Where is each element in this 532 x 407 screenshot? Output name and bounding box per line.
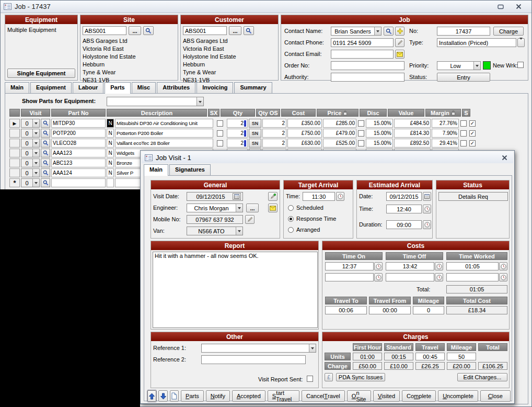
close-icon[interactable] xyxy=(513,3,524,11)
authority-input[interactable] xyxy=(331,73,404,82)
customer-browse-button[interactable]: ... xyxy=(229,26,241,35)
margin-lock-checkbox[interactable] xyxy=(460,120,467,127)
site-search-button[interactable] xyxy=(143,26,154,35)
engineer-email-button[interactable] xyxy=(268,204,277,212)
tab-equipment[interactable]: Equipment xyxy=(30,82,72,93)
disc-cell[interactable]: 15.00% xyxy=(366,139,393,148)
clock-icon[interactable] xyxy=(423,205,431,213)
reference1-combo[interactable] xyxy=(201,344,316,353)
van-combo[interactable]: N566 ATO xyxy=(187,227,243,235)
price-cell[interactable]: £285.00 xyxy=(323,119,356,128)
report-page-button[interactable] xyxy=(170,390,179,402)
accepted-button[interactable]: Accepted xyxy=(232,390,265,402)
dial-phone-button[interactable] xyxy=(395,38,404,47)
serial-numbers-button[interactable]: SN xyxy=(249,129,261,138)
s-checkbox[interactable]: ✓ xyxy=(469,140,476,146)
calendar-icon[interactable] xyxy=(423,192,431,201)
clock-icon[interactable] xyxy=(423,220,431,229)
minimize-icon[interactable] xyxy=(495,3,506,11)
visit-combo[interactable]: 0 xyxy=(21,178,40,187)
job-type-field[interactable]: Installation (Priced) xyxy=(437,38,516,47)
visit-date-field[interactable]: 09/12/2015 xyxy=(187,192,243,201)
clock-icon[interactable] xyxy=(435,262,443,270)
s-checkbox[interactable]: ✓ xyxy=(469,120,476,127)
description-cell[interactable]: Mitsubishi DP30 Air Conditioning Unit xyxy=(115,119,213,128)
visit-search-button[interactable] xyxy=(41,178,50,187)
qty-cell[interactable]: 2 xyxy=(227,119,248,128)
clock-icon[interactable] xyxy=(499,273,507,281)
visit-search-button[interactable] xyxy=(41,159,50,167)
qty-cell[interactable]: 2 xyxy=(227,129,248,138)
tab-main[interactable]: Main xyxy=(5,82,29,93)
cost-time-cell[interactable]: 12:37 xyxy=(325,262,374,270)
parts-button[interactable]: Parts xyxy=(181,390,204,402)
edit-charges-button[interactable]: Edit Charges... xyxy=(457,373,507,381)
start-travel-button[interactable]: Start Travel xyxy=(268,390,299,402)
cost-time-cell[interactable] xyxy=(386,273,434,281)
tab-parts[interactable]: Parts xyxy=(105,82,131,94)
row-selector[interactable] xyxy=(9,149,20,157)
priority-combo[interactable]: Low xyxy=(437,61,481,70)
report-textarea[interactable]: Hit it with a hammer - all now seems OK. xyxy=(153,252,318,328)
tab-invoicing[interactable]: Invoicing xyxy=(196,82,233,93)
price-cell[interactable]: £525.00 xyxy=(323,139,356,148)
dialog-tab-main[interactable]: Main xyxy=(144,164,168,176)
sx-checkbox[interactable] xyxy=(217,130,223,137)
row-selector[interactable] xyxy=(9,139,20,148)
price-lock-checkbox[interactable] xyxy=(358,130,364,137)
tab-misc[interactable]: Misc xyxy=(132,82,156,93)
description-cell[interactable]: Vaillant ecoTec 28 Boiler xyxy=(115,139,213,148)
sx-checkbox[interactable] xyxy=(217,140,223,146)
job-no-field[interactable]: 17437 xyxy=(437,27,490,36)
sx-checkbox[interactable] xyxy=(217,120,223,127)
visit-combo[interactable]: 0 xyxy=(21,139,40,148)
estimated-date-field[interactable]: 09/12/2015 xyxy=(386,192,422,201)
margin-lock-checkbox[interactable] xyxy=(460,130,467,137)
s-checkbox[interactable]: ✓ xyxy=(469,130,476,137)
complete-button[interactable]: Complete xyxy=(402,390,436,402)
reference2-input[interactable] xyxy=(201,355,306,364)
row-selector[interactable]: ▶ xyxy=(9,119,20,128)
price-lock-checkbox[interactable] xyxy=(358,140,364,146)
site-code-input[interactable]: ABS001 xyxy=(83,26,126,35)
notify-button[interactable]: Notify xyxy=(206,390,230,402)
radio-response-time[interactable] xyxy=(288,216,294,222)
on-site-button[interactable]: On Site xyxy=(347,390,371,402)
visit-combo[interactable]: 0 xyxy=(21,149,40,157)
visit-combo[interactable]: 0 xyxy=(21,129,40,138)
cost-time-cell[interactable]: 13:42 xyxy=(386,262,434,270)
radio-scheduled[interactable] xyxy=(288,205,294,211)
new-row-indicator[interactable]: * xyxy=(9,178,20,187)
units-mileage[interactable]: 50 xyxy=(447,353,476,360)
description-cell[interactable]: Potterton P200 Boiler xyxy=(115,129,213,138)
price-cell[interactable]: £479.00 xyxy=(323,129,356,138)
dialog-tab-signatures[interactable]: Signatures xyxy=(169,164,211,175)
visit-search-button[interactable] xyxy=(41,149,50,157)
part-no-cell[interactable]: MITDP30 xyxy=(51,119,106,128)
estimated-time-field[interactable]: 12:40 xyxy=(386,205,422,213)
clock-icon[interactable] xyxy=(336,192,344,201)
visit-search-button[interactable] xyxy=(41,119,50,128)
row-selector[interactable] xyxy=(9,129,20,138)
disc-cell[interactable]: 15.00% xyxy=(366,119,393,128)
order-no-input[interactable] xyxy=(331,61,404,70)
qty-cell[interactable]: 2 xyxy=(227,139,248,148)
cost-time-cell[interactable] xyxy=(446,273,499,281)
move-down-button[interactable] xyxy=(158,390,167,402)
close-button[interactable]: Close xyxy=(480,390,511,402)
dial-mobile-button[interactable] xyxy=(245,215,255,224)
customer-search-button[interactable] xyxy=(244,26,254,35)
charge-button[interactable]: Charge xyxy=(493,27,524,36)
pound-button[interactable]: £ xyxy=(325,373,333,381)
clock-icon[interactable] xyxy=(374,262,383,270)
email-button[interactable] xyxy=(395,50,404,59)
edit-visit-date-button[interactable] xyxy=(268,192,277,201)
clock-icon[interactable] xyxy=(435,273,443,281)
part-no-cell[interactable]: ABC123 xyxy=(51,159,106,167)
pda-sync-issues-button[interactable]: PDA Sync Issues xyxy=(336,373,385,381)
visit-combo[interactable]: 0 xyxy=(21,119,40,128)
row-selector[interactable] xyxy=(9,168,20,177)
single-equipment-button[interactable]: Single Equipment xyxy=(7,69,75,78)
customer-code-input[interactable]: ABS001 xyxy=(183,26,227,35)
visited-button[interactable]: Visited xyxy=(373,390,400,402)
